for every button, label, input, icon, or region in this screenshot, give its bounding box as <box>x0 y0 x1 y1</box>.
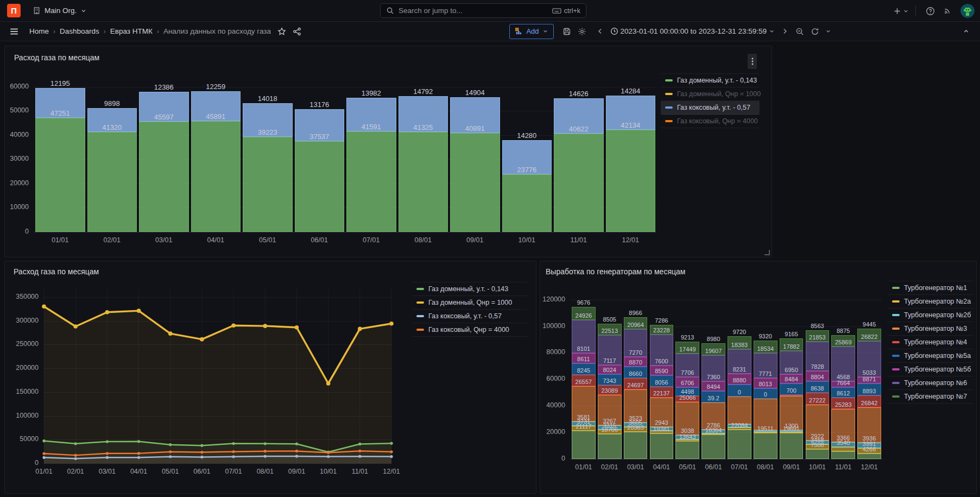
bar-segment[interactable] <box>35 118 85 232</box>
bar-value-label: 7286 <box>643 318 680 324</box>
time-shift-forward-button[interactable] <box>777 23 792 40</box>
data-point[interactable] <box>200 337 204 342</box>
help-button[interactable] <box>922 3 938 19</box>
legend-item[interactable]: Газ коксовый, у.т. - 0,57 <box>661 101 760 115</box>
data-point[interactable] <box>42 304 46 309</box>
data-point[interactable] <box>263 324 267 328</box>
data-point[interactable] <box>358 450 361 452</box>
legend-item[interactable]: Турбогенератор №7 <box>888 390 973 404</box>
bar-segment[interactable] <box>675 441 699 459</box>
data-point[interactable] <box>105 310 110 314</box>
data-point[interactable] <box>168 331 173 336</box>
bar-segment[interactable] <box>606 130 656 232</box>
mega-menu-toggle[interactable] <box>7 23 22 40</box>
chart-plot-area[interactable]: 0100002000030000400005000060000472511219… <box>34 82 656 232</box>
breadcrumb-item[interactable]: Евраз НТМК <box>110 27 153 35</box>
bar-segment[interactable] <box>701 433 725 435</box>
data-point[interactable] <box>106 452 109 455</box>
legend-item[interactable]: Газ доменный, у.т. - 0,143 <box>412 282 527 296</box>
data-point[interactable] <box>42 452 45 455</box>
legend-item[interactable]: Турбогенератор №5б <box>888 363 973 376</box>
data-point[interactable] <box>295 450 298 452</box>
refresh-interval-dropdown[interactable] <box>823 23 833 40</box>
bar-segment[interactable] <box>598 434 622 459</box>
data-point[interactable] <box>169 450 172 453</box>
legend-item[interactable]: Турбогенератор №5а <box>888 349 973 363</box>
chart-plot-area[interactable]: 0500001000001500002000002500003000003500… <box>44 288 391 463</box>
data-point[interactable] <box>74 454 77 457</box>
zoom-out-button[interactable] <box>792 23 807 40</box>
data-point[interactable] <box>327 451 330 454</box>
new-menu-button[interactable] <box>893 3 909 19</box>
bar-segment[interactable] <box>780 432 804 433</box>
bar-segment[interactable] <box>295 141 345 232</box>
panel-resize-handle[interactable] <box>764 250 770 255</box>
bar-segment[interactable] <box>572 431 596 459</box>
news-button[interactable] <box>940 3 955 19</box>
grafana-logo[interactable]: П <box>7 4 21 17</box>
bar-segment[interactable] <box>191 121 241 232</box>
data-point[interactable] <box>137 452 140 455</box>
x-axis-tick: 01/01 <box>34 236 86 244</box>
legend-item[interactable]: Газ коксовый, у.т. - 0,57 <box>412 310 527 323</box>
legend-item[interactable]: Турбогенератор №3 <box>888 322 973 336</box>
legend-item[interactable]: Турбогенератор №2а <box>888 295 973 309</box>
collapse-header-button[interactable] <box>958 23 973 40</box>
gear-icon <box>578 27 586 36</box>
bar-segment[interactable] <box>624 432 648 459</box>
user-avatar[interactable] <box>960 4 975 18</box>
data-point[interactable] <box>358 327 362 331</box>
time-shift-back-button[interactable] <box>593 23 608 40</box>
bar-segment[interactable] <box>754 433 777 459</box>
bar-segment[interactable] <box>857 454 881 459</box>
bar-segment[interactable] <box>139 122 189 232</box>
data-point[interactable] <box>390 450 393 453</box>
bar-segment[interactable] <box>806 449 830 459</box>
add-panel-button[interactable]: Add <box>509 24 553 39</box>
legend-item[interactable]: Газ доменный, Qнр = 1000 <box>412 296 527 310</box>
dashboard-settings-button[interactable] <box>574 23 590 40</box>
breadcrumb-item[interactable]: Dashboards <box>60 27 99 35</box>
legend-item[interactable]: Газ коксовый, Qнр = 4000 <box>661 115 760 128</box>
share-button[interactable] <box>289 23 305 40</box>
bar-segment[interactable] <box>450 133 500 232</box>
time-range-picker[interactable]: 2023-01-01 00:00:00 to 2023-12-31 23:59:… <box>608 23 777 40</box>
bar-segment[interactable] <box>346 131 396 232</box>
bar-segment[interactable] <box>728 397 751 424</box>
legend-item[interactable]: Турбогенератор №4 <box>888 336 973 349</box>
favorite-star-button[interactable] <box>274 23 289 40</box>
panel-menu-button[interactable] <box>748 54 757 69</box>
data-point[interactable] <box>326 381 331 386</box>
data-point[interactable] <box>231 323 236 328</box>
data-point[interactable] <box>264 450 267 452</box>
org-switcher[interactable]: Main Org. <box>33 7 87 15</box>
bar-segment[interactable] <box>243 137 293 232</box>
bar-segment[interactable] <box>399 132 448 232</box>
legend-item[interactable]: Газ доменный, Qнр = 1000 <box>661 87 760 101</box>
search-input[interactable]: Search or jump to... ctrl+k <box>380 3 586 18</box>
save-dashboard-button[interactable] <box>559 23 574 40</box>
logo-glyph: П <box>11 6 17 15</box>
bar-segment[interactable] <box>780 395 804 396</box>
bar-segment[interactable] <box>87 132 137 232</box>
bar-segment[interactable] <box>554 134 604 232</box>
legend-item[interactable]: Турбогенератор №2б <box>888 309 973 322</box>
data-point[interactable] <box>295 325 299 330</box>
legend-item[interactable]: Газ коксовый, Qнр = 4000 <box>412 323 527 337</box>
breadcrumb-item[interactable]: Home <box>29 27 49 35</box>
bar-segment[interactable] <box>502 174 552 232</box>
legend-item[interactable]: Газ доменный, у.т. - 0,143 <box>661 73 760 87</box>
chart-plot-area[interactable]: 0200004000060000800001000001200002111737… <box>571 292 882 459</box>
refresh-button[interactable] <box>807 23 823 40</box>
data-point[interactable] <box>73 324 78 329</box>
data-point[interactable] <box>200 451 203 454</box>
bar-segment[interactable] <box>701 435 725 459</box>
data-point[interactable] <box>137 309 141 313</box>
legend-item[interactable]: Турбогенератор №1 <box>888 281 973 295</box>
bar-segment[interactable] <box>728 430 751 459</box>
data-point[interactable] <box>389 322 394 326</box>
x-axis-tick: 07/01 <box>726 463 753 471</box>
legend-item[interactable]: Турбогенератор №6 <box>888 376 973 390</box>
data-point[interactable] <box>232 450 235 453</box>
bar-segment[interactable] <box>831 451 855 459</box>
